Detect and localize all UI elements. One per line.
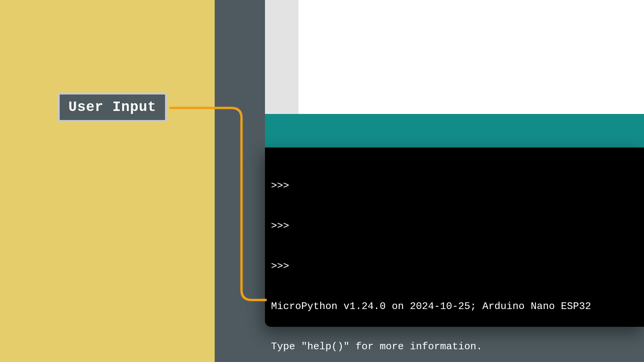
editor-area: [265, 0, 644, 114]
terminal-line: Type "help()" for more information.: [271, 340, 638, 353]
editor-gutter: [265, 0, 299, 114]
terminal-line: MicroPython v1.24.0 on 2024-10-25; Ardui…: [271, 300, 638, 313]
terminal-line: >>>: [271, 259, 638, 273]
terminal-header-bar: [265, 114, 644, 147]
terminal-line: >>>: [271, 219, 638, 233]
left-panel: [0, 0, 215, 362]
user-input-callout: User Input: [58, 93, 167, 122]
terminal-line: >>>: [271, 179, 638, 192]
callout-label: User Input: [68, 99, 156, 115]
terminal-output[interactable]: >>> >>> >>> MicroPython v1.24.0 on 2024-…: [265, 147, 644, 327]
